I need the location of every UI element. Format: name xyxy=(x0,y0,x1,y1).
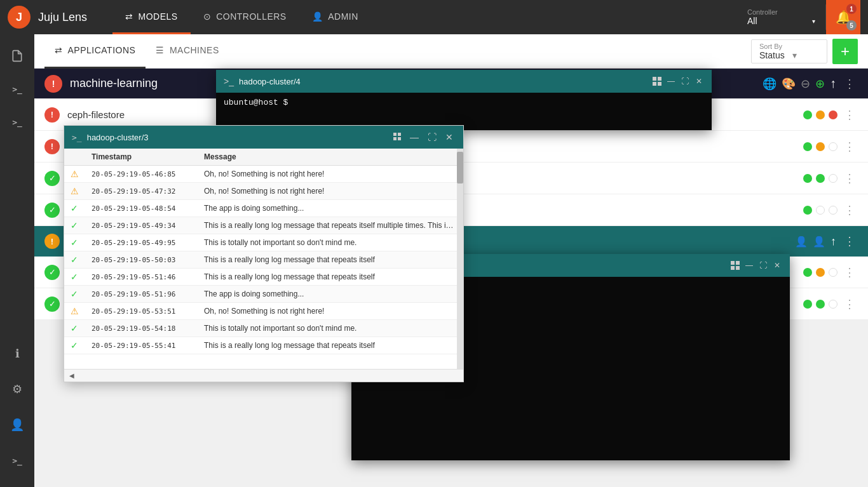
attendize-minimize-icon[interactable]: — xyxy=(744,260,754,270)
nav-models[interactable]: ⇄ MODELS xyxy=(112,0,191,34)
attendize-close-icon[interactable]: ✕ xyxy=(772,260,782,270)
svg-rect-8 xyxy=(731,261,735,265)
app5-kebab[interactable]: ⋮ xyxy=(841,265,858,279)
close-icon[interactable]: ✕ xyxy=(694,76,704,86)
log-row-icon: ✓ xyxy=(64,251,85,269)
sidebar-item-user[interactable]: 👤 xyxy=(2,410,32,440)
tab-machines[interactable]: ☰ MACHINES xyxy=(146,34,229,69)
scrollbar[interactable] xyxy=(457,149,463,369)
log-row: ✓20-05-29:19-05-49:95This is totally not… xyxy=(64,234,463,251)
app2-error-icon: ! xyxy=(44,139,60,154)
warning-triangle-icon: ⚠ xyxy=(71,306,79,316)
log-row-icon: ✓ xyxy=(64,269,85,286)
sort-dropdown[interactable]: Sort By Status ▾ xyxy=(751,39,827,63)
log-grid-icon[interactable] xyxy=(391,133,403,142)
status-dot-empty xyxy=(829,300,837,309)
add-button[interactable]: + xyxy=(832,39,858,64)
maximize-icon[interactable]: ⛶ xyxy=(680,76,690,86)
collapse-arrow-icon: ◀ xyxy=(69,372,74,379)
app2-kebab[interactable]: ⋮ xyxy=(841,140,858,154)
nav-controllers[interactable]: ⊙ CONTROLLERS xyxy=(191,0,299,34)
app1-name: ceph-filestore xyxy=(67,109,125,120)
log-row-icon: ✓ xyxy=(64,320,85,337)
status-dot-empty xyxy=(816,206,825,215)
sidebar-item-terminal1[interactable]: >_ xyxy=(2,74,32,104)
controllers-icon: ⊙ xyxy=(203,11,212,22)
model-kebab[interactable]: ⋮ xyxy=(841,77,858,91)
svg-rect-6 xyxy=(393,137,397,140)
sidebar-item-terminal2[interactable]: >_ xyxy=(2,107,32,137)
status-dot-yellow xyxy=(816,268,825,277)
controller-dropdown[interactable]: Controller All ▾ xyxy=(737,4,826,30)
checkmark-icon: ✓ xyxy=(71,203,78,213)
app3-ok-icon: ✓ xyxy=(44,171,60,186)
log-row-timestamp: 20-05-29:19-05-53:51 xyxy=(85,303,198,320)
model-icon3: ⊖ xyxy=(801,77,810,91)
model-name: machine-learning xyxy=(70,77,158,90)
log-row-icon: ⚠ xyxy=(64,303,85,320)
svg-rect-9 xyxy=(736,261,740,265)
attendize-grid-icon[interactable] xyxy=(730,260,740,270)
log-row-message: This is a really long log message that r… xyxy=(198,337,463,354)
status-dot-empty xyxy=(829,174,837,183)
attendize-maximize-icon[interactable]: ⛶ xyxy=(758,260,768,270)
minimize-icon[interactable]: — xyxy=(666,76,676,86)
log-row-timestamp: 20-05-29:19-05-46:85 xyxy=(85,166,198,183)
log-row-timestamp: 20-05-29:19-05-49:34 xyxy=(85,217,198,234)
topnav-right: Controller All ▾ 🔔 1 5 xyxy=(737,0,860,34)
log-window-hadoop3: >_ hadoop-cluster/3 — ⛶ ✕ Tim xyxy=(64,125,464,382)
up-icon[interactable]: ↑ xyxy=(831,235,836,248)
svg-rect-2 xyxy=(653,82,656,86)
log-row-message: The app is doing something... xyxy=(198,200,463,217)
log-row-message: The app is doing something... xyxy=(198,286,463,303)
log-row-icon: ⚠ xyxy=(64,183,85,200)
terminal-hadoop4-titlebar: >_ hadoop-cluster/4 — ⛶ ✕ xyxy=(216,70,712,93)
log-row-timestamp: 20-05-29:19-05-55:41 xyxy=(85,337,198,354)
log-minimize-icon[interactable]: — xyxy=(407,132,421,142)
log-row-icon: ⚠ xyxy=(64,166,85,183)
tab-applications[interactable]: ⇄ APPLICATIONS xyxy=(44,34,146,69)
checkmark-icon: ✓ xyxy=(71,237,78,248)
log-row: ✓20-05-29:19-05-54:18This is totally not… xyxy=(64,320,463,337)
app6-ok-icon: ✓ xyxy=(44,297,60,312)
section-kebab[interactable]: ⋮ xyxy=(841,234,858,248)
nav-admin[interactable]: 👤 ADMIN xyxy=(299,0,371,34)
notifications-button[interactable]: 🔔 1 5 xyxy=(826,0,860,34)
sidebar-item-info[interactable]: ℹ xyxy=(2,338,32,369)
app4-kebab[interactable]: ⋮ xyxy=(841,203,858,217)
sidebar-item-terminal3[interactable]: >_ xyxy=(2,445,32,476)
status-dot-green2 xyxy=(816,174,825,183)
app1-kebab[interactable]: ⋮ xyxy=(841,108,858,122)
log-row: ⚠20-05-29:19-05-47:32Oh, no! Something i… xyxy=(64,183,463,200)
log-maximize-icon[interactable]: ⛶ xyxy=(425,132,439,142)
status-dot-empty xyxy=(829,142,837,151)
status-dot-green xyxy=(803,142,812,151)
terminal-attendize-controls: — ⛶ ✕ xyxy=(730,260,782,270)
icon-person1: 👤 xyxy=(795,236,808,248)
svg-rect-5 xyxy=(398,133,401,136)
app4-ok-icon: ✓ xyxy=(44,203,60,218)
checkmark-icon: ✓ xyxy=(71,220,78,230)
log-collapse-row[interactable]: ◀ xyxy=(64,369,463,382)
log-close-icon[interactable]: ✕ xyxy=(443,132,456,142)
sidebar-item-settings[interactable]: ⚙ xyxy=(2,374,32,404)
app-logo[interactable]: J xyxy=(8,6,31,29)
warning-icon: ! xyxy=(44,234,60,249)
status-dot-green xyxy=(803,174,812,183)
app3-kebab[interactable]: ⋮ xyxy=(841,171,858,185)
admin-person-icon: 👤 xyxy=(312,11,323,22)
log-col-message: Message xyxy=(198,149,463,166)
app-title: Juju Lens xyxy=(38,11,87,24)
scrollbar-thumb xyxy=(457,152,463,183)
log-row-timestamp: 20-05-29:19-05-51:46 xyxy=(85,269,198,286)
share-icon: ⇄ xyxy=(125,11,133,22)
log-row: ⚠20-05-29:19-05-46:85Oh, no! Something i… xyxy=(64,166,463,183)
app6-kebab[interactable]: ⋮ xyxy=(841,297,858,311)
sidebar-item-document[interactable] xyxy=(2,41,32,71)
subheader-right: Sort By Status ▾ + xyxy=(751,39,858,64)
log-titlebar-hadoop3: >_ hadoop-cluster/3 — ⛶ ✕ xyxy=(64,126,463,149)
grid-icon[interactable] xyxy=(652,76,662,86)
model-up-icon[interactable]: ↑ xyxy=(830,76,836,91)
log-row-message: Oh, no! Something is not right here! xyxy=(198,303,463,320)
log-row-icon: ✓ xyxy=(64,286,85,303)
